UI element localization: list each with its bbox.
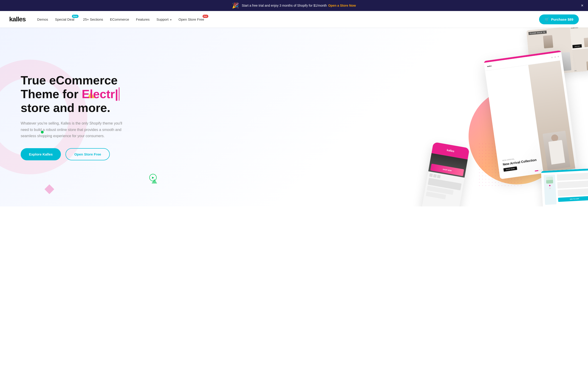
device-main-hero-area: NEW ARRIVAL New Arrival Collection SHOP … (485, 60, 578, 179)
device-nav-dot-2 (554, 56, 556, 58)
typed-word: Electr| (82, 87, 120, 101)
pink-diamond-decoration (44, 184, 54, 194)
dots-pattern (478, 142, 524, 188)
nav-item-open-store[interactable]: Open Store Free Hot (179, 17, 206, 21)
chevron-down-icon: ▾ (170, 18, 172, 21)
nav-item-support[interactable]: Support ▾ (156, 17, 172, 21)
device-main-nav: kalles (484, 52, 562, 71)
party-icon: 🎉 (232, 2, 239, 9)
cart-icon: 🛒 (545, 17, 549, 22)
explore-button[interactable]: Explore Kalles (21, 148, 61, 160)
main-nav: kalles Demos Special Deal New 25+ Sectio… (0, 11, 588, 27)
kalles-mini-logo: kalles (487, 65, 492, 67)
nav-item-special-deal[interactable]: Special Deal New (55, 17, 76, 21)
device-main-header (484, 50, 561, 63)
pink-dot-decoration (512, 68, 515, 70)
device-bottom-right: ADD TO CART (541, 168, 588, 206)
banner-text: Start a free trial and enjoy 3 months of… (242, 4, 327, 7)
device-bl-header: kalles (432, 142, 470, 159)
device-bottom-left: kalles SHOP NOW (422, 142, 470, 206)
hero-description: Whatever you're selling, Kalles is the o… (21, 120, 126, 139)
bg-gradient-circle (468, 88, 565, 184)
open-store-button[interactable]: Open Store Free (65, 148, 110, 160)
play-button-decoration: ▶ (149, 174, 157, 181)
hot-badge: Hot (203, 15, 208, 18)
device-br-body: ADD TO CART (541, 170, 588, 206)
device-hero-cta: SHOP NOW (503, 167, 517, 172)
device-tr-right: FLASH SALE SHOP NOW $15 (570, 27, 588, 72)
nav-item-features[interactable]: Features (136, 17, 149, 21)
new-badge: New (72, 15, 78, 18)
device-hero-text: NEW ARRIVAL New Arrival Collection SHOP … (502, 155, 537, 172)
device-tr-left: FLASH SALE 70 (527, 27, 574, 76)
hero-content: True eCommerce Theme for Electr| store a… (0, 74, 147, 160)
device-top-right: FLASH SALE 70 FLASH SALE SHOP NOW $15 (527, 27, 588, 76)
device-br-header (541, 168, 588, 173)
device-hero-small-line: NEW ARRIVAL (502, 155, 536, 162)
banner-close-button[interactable]: × (581, 3, 583, 8)
nav-item-ecommerce[interactable]: ECommerce (110, 17, 129, 21)
device-tr-mini-2: $15 (572, 48, 588, 72)
device-main: kalles (484, 50, 578, 179)
hero-visuals: FLASH SALE 70 FLASH SALE SHOP NOW $15 (416, 27, 588, 206)
device-bl-body: SHOP NOW (428, 153, 468, 178)
logo[interactable]: kalles (9, 16, 26, 23)
hero-section: ▶ True eCommerce Theme for Electr| store… (0, 27, 588, 206)
device-tr-content: FLASH SALE 70 FLASH SALE SHOP NOW $15 (527, 27, 588, 76)
device-hero-big-line: New Arrival Collection (502, 158, 537, 167)
nav-links: Demos Special Deal New 25+ Sections ECom… (37, 17, 539, 21)
banner-link[interactable]: Open a Store Now (328, 4, 356, 7)
device-nav-dot-1 (551, 57, 553, 58)
hero-title: True eCommerce Theme for Electr| store a… (21, 74, 126, 115)
device-bl-logo: kalles (447, 148, 455, 153)
purchase-button[interactable]: 🛒 Purchase $89 (539, 15, 579, 24)
device-main-body: kalles (484, 52, 578, 179)
hero-buttons: Explore Kalles Open Store Free (21, 148, 126, 160)
nav-item-sections[interactable]: 25+ Sections (83, 17, 103, 21)
nav-item-demos[interactable]: Demos (37, 17, 48, 21)
device-nav-dot-3 (557, 56, 559, 57)
top-banner: 🎉 Start a free trial and enjoy 3 months … (0, 0, 588, 11)
device-tr-mini-1: FLASH SALE SHOP NOW (570, 27, 588, 49)
